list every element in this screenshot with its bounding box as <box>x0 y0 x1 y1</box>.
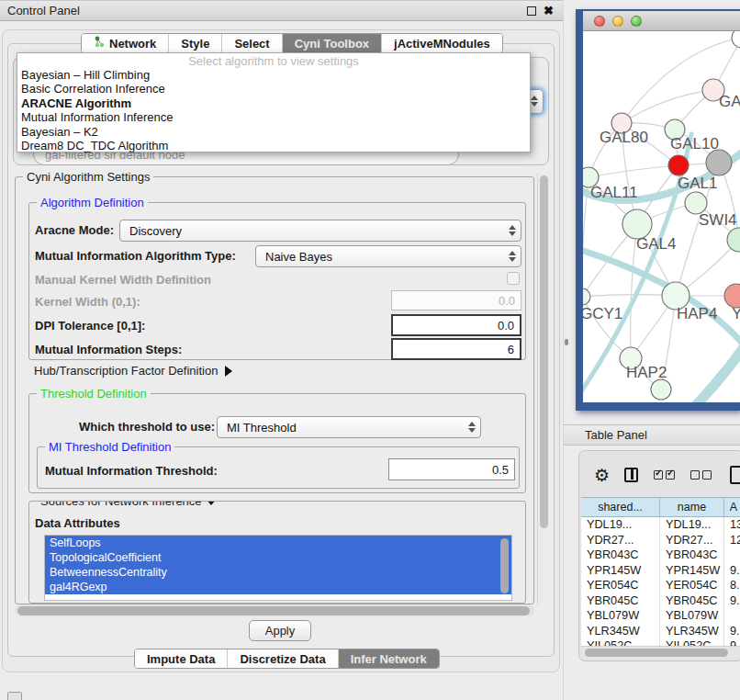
hub-transcription-section-toggle[interactable]: Hub/Transcription Factor Definition <box>34 364 232 378</box>
algorithm-option[interactable]: ARACNE Algorithm <box>17 96 530 110</box>
panel-divider[interactable] <box>563 0 564 700</box>
column-header[interactable]: name <box>660 498 724 516</box>
column-header[interactable]: A <box>724 498 740 516</box>
mi-steps-field[interactable]: 6 <box>391 338 521 360</box>
table-row[interactable]: YDL19...YDL19...13 <box>581 517 740 533</box>
tab-discretize-data[interactable]: Discretize Data <box>228 649 338 668</box>
checked-box-icon <box>666 470 675 480</box>
algorithm-option[interactable]: Dream8 DC_TDC Algorithm <box>17 139 530 152</box>
table-row[interactable]: YLR345WYLR345W9. <box>581 624 740 639</box>
float-panel-icon[interactable] <box>527 6 536 16</box>
table-horizontal-scrollbar[interactable] <box>581 646 740 658</box>
attribute-item[interactable]: TopologicalCoefficient <box>45 550 511 565</box>
table-cell <box>724 608 740 624</box>
network-canvas[interactable]: GALGAL80GAL10GAL1GAL11SWI4GAL4GCY1HAP4YH… <box>583 31 740 402</box>
data-attributes-list[interactable]: SelfLoopsTopologicalCoefficientBetweenne… <box>44 535 512 601</box>
settings-horizontal-scrollbar[interactable] <box>15 604 534 616</box>
table-header-row: shared...nameA <box>581 497 740 517</box>
spinner-down-icon <box>468 428 476 433</box>
network-node[interactable] <box>706 150 732 175</box>
table-row[interactable]: YBR043CYBR043C <box>581 548 740 563</box>
table-cell: YBR043C <box>660 548 724 563</box>
hide-columns-button[interactable] <box>690 470 712 480</box>
document-icon[interactable] <box>730 466 740 484</box>
column-header[interactable]: shared... <box>581 498 660 516</box>
aracne-mode-value: Discovery <box>120 224 182 238</box>
table-cell: YBL079W <box>660 608 724 624</box>
table-cell: 8. <box>724 578 740 593</box>
mac-zoom-button[interactable] <box>631 16 642 27</box>
network-node-label: GAL11 <box>590 184 638 201</box>
mi-threshold-field[interactable]: 0.5 <box>388 458 515 480</box>
tab-label: jActiveMNodules <box>394 37 490 51</box>
table-cell: 9. <box>724 563 740 579</box>
unchecked-box-icon <box>690 470 700 480</box>
divider-resize-handle[interactable] <box>565 339 568 345</box>
gear-icon[interactable]: ⚙ <box>594 467 610 484</box>
network-edge[interactable] <box>622 90 713 123</box>
which-threshold-label: Which threshold to use: <box>79 420 215 434</box>
minimized-panel-icon[interactable] <box>7 692 22 700</box>
mi-algorithm-type-combobox[interactable]: Naive Bayes <box>255 245 521 267</box>
tab-style[interactable]: Style <box>169 34 222 52</box>
algorithm-option[interactable]: Basic Correlation Inference <box>17 82 530 96</box>
table-row[interactable]: YPR145WYPR145W9. <box>581 563 740 579</box>
checked-box-icon <box>654 470 663 480</box>
attribute-item[interactable]: BetweennessCentrality <box>45 565 511 580</box>
algorithm-dropdown-prompt: Select algorithm to view settings <box>17 54 530 68</box>
show-checked-columns-button[interactable] <box>654 470 675 480</box>
network-node-gcy1[interactable] <box>583 288 590 305</box>
table-cell: YBR045C <box>581 593 660 609</box>
columns-icon[interactable] <box>624 468 638 482</box>
tab-infer-network[interactable]: Infer Network <box>339 649 439 668</box>
algorithm-option[interactable]: Bayesian – K2 <box>17 125 530 139</box>
network-node-label: GAL4 <box>636 235 676 253</box>
tab-jactivemnodules[interactable]: jActiveMNodules <box>382 34 502 52</box>
close-icon[interactable]: ✖ <box>544 6 554 16</box>
spinner-down-icon <box>531 102 538 107</box>
network-edge-thick[interactable] <box>583 249 740 348</box>
mac-close-button[interactable] <box>594 16 605 27</box>
apply-button[interactable]: Apply <box>249 620 311 641</box>
tab-label: Cyni Toolbox <box>295 37 369 51</box>
algorithm-option[interactable]: Mutual Information Inference <box>17 110 530 124</box>
threshold-definition-group: Threshold Definition Which threshold to … <box>28 393 526 493</box>
table-row[interactable]: YDR27...YDR27...12 <box>581 533 740 548</box>
which-threshold-combobox[interactable]: MI Threshold <box>217 416 481 438</box>
aracne-mode-combobox[interactable]: Discovery <box>119 220 521 242</box>
attributes-scrollbar[interactable] <box>500 538 509 593</box>
table-cell: 12 <box>724 533 740 548</box>
manual-kernel-width-checkbox[interactable] <box>507 272 520 285</box>
network-node-gal1[interactable] <box>668 155 689 175</box>
tab-network[interactable]: Network <box>82 34 169 52</box>
network-node-label: GCY1 <box>583 305 622 322</box>
network-view-window: GALGAL80GAL10GAL1GAL11SWI4GAL4GCY1HAP4YH… <box>576 9 740 411</box>
settings-vertical-scrollbar[interactable] <box>537 173 549 604</box>
network-edge-thick[interactable] <box>675 344 740 402</box>
expand-right-icon <box>225 366 232 377</box>
network-node-label: HAP4 <box>677 305 717 322</box>
app-root: Control Panel ✖ NetworkStyleSelectCyni T… <box>0 0 740 700</box>
algorithm-definition-group: Algorithm Definition Aracne Mode: Discov… <box>28 202 526 360</box>
attribute-item[interactable]: SelfLoops <box>45 536 511 550</box>
table-row[interactable]: YER054CYER054C8. <box>581 578 740 593</box>
network-node-label: GAL1 <box>678 175 717 192</box>
network-edge[interactable] <box>589 165 678 177</box>
dpi-tolerance-label: DPI Tolerance [0,1]: <box>35 319 145 333</box>
algorithm-option[interactable]: Bayesian – Hill Climbing <box>17 68 530 82</box>
dpi-tolerance-field[interactable]: 0.0 <box>391 314 521 336</box>
network-node[interactable] <box>651 379 671 400</box>
kernel-width-field[interactable]: 0.0 <box>391 290 521 310</box>
network-node[interactable] <box>727 228 740 252</box>
network-edge[interactable] <box>622 38 740 123</box>
manual-kernel-width-label: Manual Kernel Width Definition <box>35 273 211 287</box>
tab-select[interactable]: Select <box>222 34 282 52</box>
attribute-item[interactable]: gal4RGexp <box>45 580 511 594</box>
tab-impute-data[interactable]: Impute Data <box>135 649 228 668</box>
network-node[interactable] <box>732 31 740 48</box>
tab-cyni-toolbox[interactable]: Cyni Toolbox <box>283 34 382 52</box>
table-row[interactable]: YBL079WYBL079W <box>581 608 740 624</box>
mac-minimize-button[interactable] <box>612 16 623 27</box>
table-row[interactable]: YBR045CYBR045C9. <box>581 593 740 609</box>
tab-label: Style <box>181 37 209 51</box>
